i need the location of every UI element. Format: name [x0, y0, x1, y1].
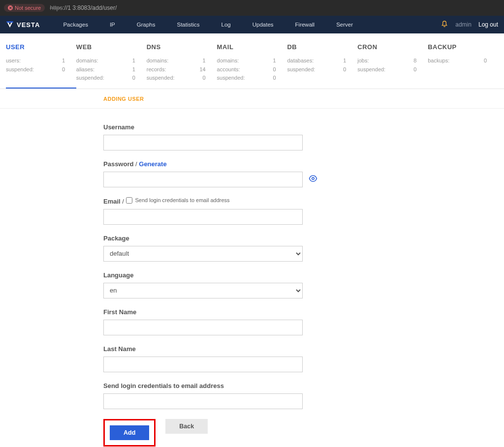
subnav-mail[interactable]: MAILdomains:1accounts:0suspended:0 — [217, 33, 287, 89]
add-button[interactable]: Add — [110, 425, 149, 440]
username-label: Username — [103, 123, 498, 131]
subnav-stats: backups:0 — [428, 57, 498, 65]
top-nav: VESTA Packages IP Graphs Statistics Log … — [0, 16, 504, 33]
page-crumb: ADDING USER — [0, 89, 504, 109]
subnav-backup[interactable]: BACKUPbackups:0 — [428, 33, 498, 89]
generate-password-link[interactable]: Generate — [139, 160, 166, 168]
password-input[interactable] — [103, 172, 303, 187]
nav-statistics[interactable]: Statistics — [166, 22, 211, 28]
stat-row: domains:1 — [76, 57, 135, 65]
eye-icon — [309, 174, 317, 183]
toggle-password-visibility[interactable] — [309, 174, 317, 184]
subnav-user[interactable]: USERusers:1suspended:0 — [6, 33, 76, 89]
add-user-form: Username Password / Generate Email / Sen… — [0, 109, 504, 447]
language-label: Language — [103, 271, 498, 279]
subnav-stats: domains:1records:14suspended:0 — [147, 57, 217, 83]
subnav-title: WEB — [76, 43, 147, 51]
top-nav-items: Packages IP Graphs Statistics Log Update… — [52, 22, 441, 28]
field-password: Password / Generate — [103, 160, 498, 187]
subnav-stats: domains:1aliases:1suspended:0 — [76, 57, 147, 83]
subnav-web[interactable]: WEBdomains:1aliases:1suspended:0 — [76, 33, 147, 89]
notifications-button[interactable] — [441, 20, 448, 30]
stat-row: records:14 — [147, 65, 206, 74]
send-credentials-label: Send login credentials to email address — [103, 382, 498, 389]
browser-address-bar: ✕ Not secure https://1 3:8083/add/user/ — [0, 0, 504, 16]
subnav-db[interactable]: DBdatabases:1suspended:0 — [287, 33, 357, 89]
subnav-title: MAIL — [217, 43, 287, 51]
not-secure-badge: ✕ Not secure — [4, 4, 45, 12]
stat-row: suspended:0 — [357, 65, 416, 74]
nav-graphs[interactable]: Graphs — [126, 22, 166, 28]
last-name-label: Last Name — [103, 345, 498, 353]
nav-firewall[interactable]: Firewall — [284, 22, 326, 28]
stat-row: suspended:0 — [147, 74, 206, 83]
subnav-stats: users:1suspended:0 — [6, 57, 76, 74]
package-select[interactable]: default — [103, 246, 303, 262]
subnav-title: DB — [287, 43, 357, 51]
field-send-credentials: Send login credentials to email address — [103, 382, 498, 409]
not-secure-icon: ✕ — [8, 5, 13, 10]
send-credentials-cb-label: Send login credentials to email address — [135, 197, 230, 203]
subnav-title: USER — [6, 43, 76, 51]
field-package: Package default — [103, 235, 498, 262]
stat-row: domains:1 — [147, 57, 206, 65]
subnav-cron[interactable]: CRONjobs:8suspended:0 — [357, 33, 428, 89]
stat-row: backups:0 — [428, 57, 487, 65]
nav-packages[interactable]: Packages — [52, 22, 99, 28]
language-select[interactable]: en — [103, 283, 303, 298]
stat-row: suspended:0 — [217, 74, 276, 83]
field-language: Language en — [103, 271, 498, 298]
package-label: Package — [103, 235, 498, 242]
form-buttons: Add Back — [103, 419, 498, 447]
email-input[interactable] — [103, 209, 303, 225]
stat-row: domains:1 — [217, 57, 276, 65]
current-user[interactable]: admin — [455, 21, 472, 28]
crumb-label: ADDING USER — [103, 96, 144, 102]
stat-row: suspended:0 — [76, 74, 135, 83]
nav-updates[interactable]: Updates — [242, 22, 284, 28]
subnav-dns[interactable]: DNSdomains:1records:14suspended:0 — [147, 33, 217, 89]
stat-row: suspended:0 — [6, 65, 65, 74]
svg-rect-0 — [6, 21, 13, 23]
stat-row: aliases:1 — [76, 65, 135, 74]
first-name-label: First Name — [103, 308, 498, 316]
stat-row: accounts:0 — [217, 65, 276, 74]
svg-point-1 — [312, 178, 315, 180]
stat-row: jobs:8 — [357, 57, 416, 65]
subnav-title: CRON — [357, 43, 428, 51]
send-credentials-checkbox[interactable] — [126, 197, 132, 204]
logout-link[interactable]: Log out — [478, 21, 498, 28]
stat-row: databases:1 — [287, 57, 346, 65]
first-name-input[interactable] — [103, 320, 303, 335]
nav-ip[interactable]: IP — [99, 22, 126, 28]
subnav-title: DNS — [147, 43, 217, 51]
field-first-name: First Name — [103, 308, 498, 335]
password-label: Password / Generate — [103, 160, 498, 168]
send-credentials-input[interactable] — [103, 393, 303, 409]
subnav-stats: jobs:8suspended:0 — [357, 57, 428, 74]
field-username: Username — [103, 123, 498, 150]
not-secure-label: Not secure — [15, 5, 41, 11]
last-name-input[interactable] — [103, 357, 303, 372]
field-last-name: Last Name — [103, 345, 498, 372]
stat-row: suspended:0 — [287, 65, 346, 74]
field-email: Email / Send login credentials to email … — [103, 197, 498, 225]
sub-nav: USERusers:1suspended:0WEBdomains:1aliase… — [0, 33, 504, 89]
nav-log[interactable]: Log — [211, 22, 242, 28]
username-input[interactable] — [103, 135, 303, 150]
stat-row: users:1 — [6, 57, 65, 65]
subnav-stats: domains:1accounts:0suspended:0 — [217, 57, 287, 83]
email-label: Email / Send login credentials to email … — [103, 197, 498, 205]
subnav-title: BACKUP — [428, 43, 498, 51]
bell-icon — [441, 20, 448, 28]
brand-logo[interactable]: VESTA — [6, 21, 40, 29]
add-button-highlight: Add — [103, 419, 156, 447]
back-button[interactable]: Back — [165, 419, 208, 434]
url-text[interactable]: https://1 3:8083/add/user/ — [50, 4, 117, 11]
vesta-icon — [6, 21, 14, 29]
subnav-stats: databases:1suspended:0 — [287, 57, 357, 74]
nav-server[interactable]: Server — [325, 22, 364, 28]
brand-name: VESTA — [17, 21, 40, 29]
